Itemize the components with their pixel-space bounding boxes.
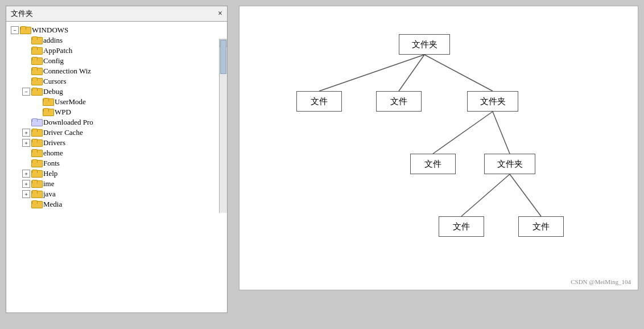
tree-item-java[interactable]: +java [9,189,216,199]
tree-item-drivers[interactable]: +Drivers [9,138,216,148]
tree-item-ehome[interactable]: ehome [9,148,216,158]
diagram-line-0 [319,55,424,91]
folder-icon-windows [20,26,30,34]
diagram-node-file5: 文件 [518,216,564,237]
expand-icon-java[interactable]: + [22,190,30,198]
folder-icon-config [31,57,42,65]
diagram-line-6 [510,174,541,216]
diagram-line-1 [399,55,424,91]
item-label-ehome: ehome [43,149,63,158]
diagram-node-file4: 文件 [439,216,484,237]
panel-title: 文件夹 [11,9,33,19]
tree-container: −WINDOWSaddinsAppPatchConfigConnection W… [6,22,227,213]
diagram-node-folder2: 文件夹 [484,154,535,174]
expand-icon-debug[interactable]: − [22,88,30,96]
diagram-line-4 [493,112,510,154]
scrollbar-thumb[interactable] [220,40,226,74]
tree-item-usermode[interactable]: UserMode [9,97,216,107]
tree-item-config[interactable]: Config [9,56,216,66]
diagram-line-3 [433,112,493,154]
folder-icon-wpd [43,108,53,116]
item-label-debug: Debug [43,87,63,96]
expand-icon-drivercache[interactable]: + [22,129,30,137]
folder-icon-connectionwiz [31,67,42,75]
item-label-help: Help [43,169,57,178]
file-tree-panel: 文件夹 × −WINDOWSaddinsAppPatchConfigConnec… [6,6,228,313]
folder-icon-media [31,200,42,208]
item-label-downloadedpro: Downloaded Pro [43,118,93,127]
folder-icon-ime [31,180,42,188]
tree-item-addins[interactable]: addins [9,35,216,46]
tree-item-apppatch[interactable]: AppPatch [9,46,216,56]
tree-content: −WINDOWSaddinsAppPatchConfigConnection W… [9,25,216,209]
item-label-windows: WINDOWS [32,26,68,35]
tree-item-cursors[interactable]: Cursors [9,76,216,87]
panel-title-bar: 文件夹 × [6,6,227,22]
tree-item-media[interactable]: Media [9,199,216,209]
tree-item-ime[interactable]: +ime [9,179,216,189]
diagram-node-root: 文件夹 [399,34,450,55]
item-label-config: Config [43,56,64,65]
diagram-line-2 [424,55,493,91]
item-label-java: java [43,190,56,199]
folder-icon-downloadedpro [31,118,42,126]
item-label-wpd: WPD [55,108,71,117]
expand-icon-ime[interactable]: + [22,180,30,188]
item-label-ime: ime [43,179,55,188]
item-label-usermode: UserMode [55,97,86,106]
tree-item-wpd[interactable]: WPD [9,107,216,117]
item-label-media: Media [43,200,62,209]
scrollbar[interactable]: ▲ [219,39,227,213]
folder-icon-addins [31,36,42,44]
item-label-apppatch: AppPatch [43,46,72,55]
item-label-cursors: Cursors [43,77,66,86]
diagram-node-folder1: 文件夹 [467,91,518,112]
folder-icon-usermode [43,98,53,106]
diagram-node-file2: 文件 [376,91,422,112]
item-label-fonts: Fonts [43,159,60,168]
folder-icon-apppatch [31,47,42,55]
item-label-drivercache: Driver Cache [43,128,83,137]
expand-icon-windows[interactable]: − [11,26,19,34]
close-button[interactable]: × [218,9,222,18]
diagram-panel: 文件夹文件文件文件夹文件文件夹文件文件 CSDN @MeiMing_104 [239,6,638,290]
expand-icon-drivers[interactable]: + [22,139,30,147]
folder-icon-help [31,170,42,178]
tree-item-fonts[interactable]: Fonts [9,158,216,168]
tree-item-drivercache[interactable]: +Driver Cache [9,128,216,138]
tree-item-windows[interactable]: −WINDOWS [9,25,216,35]
tree-item-downloadedpro[interactable]: Downloaded Pro [9,117,216,128]
tree-item-debug[interactable]: −Debug [9,87,216,97]
diagram-line-5 [461,174,510,216]
folder-icon-ehome [31,149,42,157]
folder-icon-debug [31,88,42,96]
diagram-node-file3: 文件 [410,154,456,174]
folder-icon-drivercache [31,129,42,137]
item-label-addins: addins [43,36,63,45]
expand-icon-help[interactable]: + [22,170,30,178]
footer-credit: CSDN @MeiMing_104 [571,278,631,285]
tree-item-connectionwiz[interactable]: Connection Wiz [9,66,216,76]
tree-diagram: 文件夹文件文件文件夹文件文件夹文件文件 [262,23,615,273]
item-label-connectionwiz: Connection Wiz [43,67,91,76]
diagram-node-file1: 文件 [296,91,342,112]
folder-icon-java [31,190,42,198]
tree-item-help[interactable]: +Help [9,168,216,179]
folder-icon-cursors [31,77,42,85]
item-label-drivers: Drivers [43,138,65,147]
folder-icon-fonts [31,159,42,167]
folder-icon-drivers [31,139,42,147]
